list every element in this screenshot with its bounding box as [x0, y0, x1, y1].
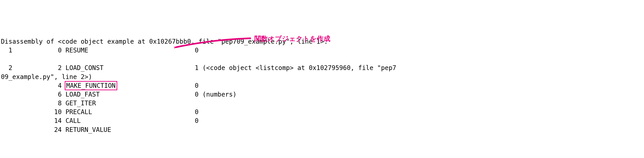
disasm-row: 24 RETURN_VALUE	[1, 125, 643, 134]
opcode: CALL	[66, 116, 172, 125]
disasm-row: 10 RESUME0	[1, 46, 643, 55]
byte-offset: 24	[12, 125, 62, 134]
opcode: MAKE_FUNCTION	[66, 81, 172, 90]
opcode: GET_ITER	[66, 99, 172, 108]
opcode: RETURN_VALUE	[66, 125, 172, 134]
disasm-row: 22 LOAD_CONST1(<code object <listcomp> a…	[1, 63, 643, 72]
disasm-row: 4 MAKE_FUNCTION0	[1, 81, 643, 90]
byte-offset: 0	[12, 46, 62, 55]
byte-offset: 10	[12, 108, 62, 116]
source-line: 1	[1, 46, 12, 55]
opcode: PRECALL	[66, 108, 172, 116]
disasm-row: 14 CALL0	[1, 116, 643, 125]
argrepr: (<code object <listcomp> at 0x102795960,…	[199, 63, 396, 72]
blank-line	[1, 55, 643, 63]
disasm-row: 8 GET_ITER	[1, 99, 643, 108]
wrapped-continuation: 09_example.py", line 2>)	[1, 72, 643, 81]
opcode: LOAD_CONST	[66, 63, 172, 72]
oparg: 0	[172, 108, 199, 116]
oparg: 0	[172, 116, 199, 125]
oparg: 0	[172, 90, 199, 99]
disasm-row: 6 LOAD_FAST0(numbers)	[1, 90, 643, 99]
byte-offset: 6	[12, 90, 62, 99]
opcode: LOAD_FAST	[66, 90, 172, 99]
byte-offset: 2	[12, 63, 62, 72]
byte-offset: 14	[12, 116, 62, 125]
oparg: 0	[172, 81, 199, 90]
oparg: 0	[172, 46, 199, 55]
argrepr: (numbers)	[199, 90, 237, 99]
highlighted-opcode: MAKE_FUNCTION	[65, 81, 117, 90]
disasm-header: Disassembly of <code object example at 0…	[1, 37, 643, 46]
oparg: 1	[172, 63, 199, 72]
byte-offset: 8	[12, 99, 62, 108]
byte-offset: 4	[12, 81, 62, 90]
disasm-row: 10 PRECALL0	[1, 108, 643, 116]
opcode: RESUME	[66, 46, 172, 55]
source-line: 2	[1, 63, 12, 72]
disassembly-block: Disassembly of <code object example at 0…	[1, 37, 643, 134]
